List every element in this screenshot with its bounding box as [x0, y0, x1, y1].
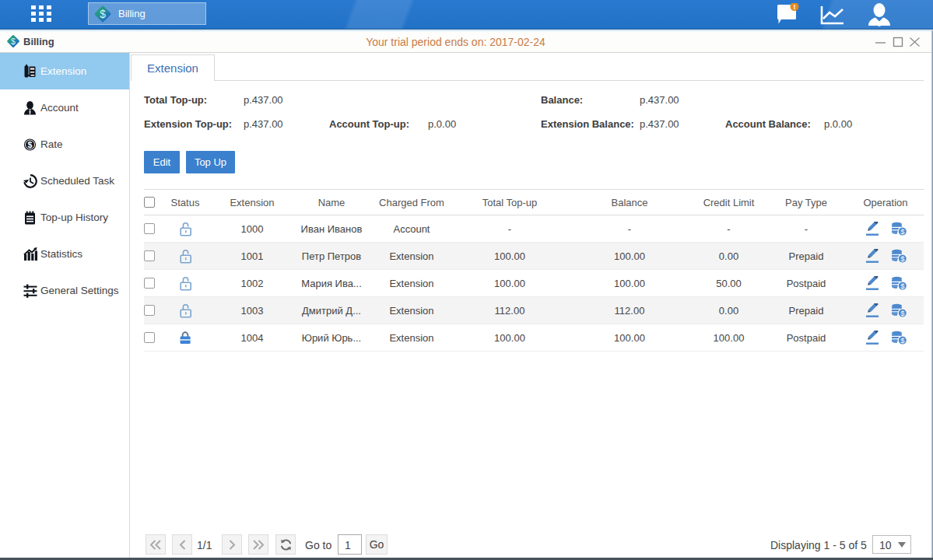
svg-text:$: $ [28, 140, 33, 149]
svg-text:!: ! [794, 3, 796, 11]
svg-text:$: $ [900, 309, 905, 317]
svg-text:$: $ [100, 9, 106, 20]
svg-text:$: $ [900, 254, 905, 263]
svg-text:$: $ [900, 336, 905, 345]
svg-text:$: $ [900, 282, 905, 290]
svg-text:$: $ [900, 227, 905, 236]
